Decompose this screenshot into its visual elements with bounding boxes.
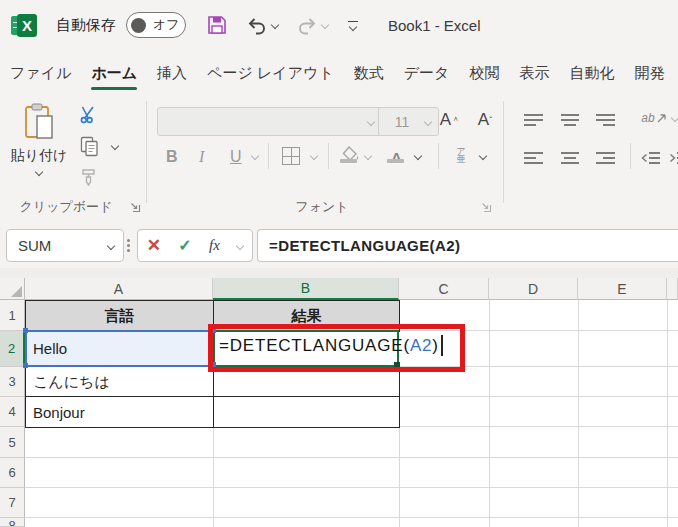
tab-insert[interactable]: 挿入	[147, 56, 197, 91]
font-size-combo[interactable]: 11	[378, 107, 439, 136]
phonetic-guide-button[interactable]: ア亜	[448, 142, 474, 168]
font-name-combo[interactable]	[157, 107, 382, 136]
name-box[interactable]: SUM	[6, 229, 124, 262]
toggle-knob	[131, 18, 146, 33]
tab-formulas[interactable]: 数式	[344, 56, 394, 91]
undo-dropdown-icon[interactable]	[271, 21, 279, 29]
increase-font-button[interactable]: A＾	[437, 107, 463, 133]
tab-page-layout[interactable]: ページ レイアウト	[197, 56, 344, 91]
gridline	[25, 487, 678, 488]
row-header-8[interactable]: 8	[0, 518, 25, 527]
paste-button[interactable]: 貼り付け	[10, 103, 68, 195]
gridline	[489, 300, 490, 527]
formula-bar-grip-icon[interactable]	[127, 239, 130, 242]
annotation-highlight-box	[208, 324, 465, 372]
align-right-icon	[596, 151, 616, 165]
align-left-button[interactable]	[521, 145, 547, 171]
copy-button[interactable]	[76, 133, 102, 159]
row-header-4[interactable]: 4	[0, 397, 25, 427]
name-box-dropdown-icon[interactable]	[107, 241, 115, 249]
row-header-3[interactable]: 3	[0, 367, 25, 397]
underline-button[interactable]: U	[230, 143, 242, 171]
cut-button[interactable]	[76, 101, 102, 127]
tab-view[interactable]: 表示	[509, 56, 559, 91]
align-bottom-button[interactable]	[593, 107, 619, 133]
orientation-icon: ab	[641, 111, 654, 125]
enter-button[interactable]: ✓	[178, 236, 191, 255]
underline-dropdown-icon[interactable]	[251, 152, 259, 160]
paste-label: 貼り付け	[11, 147, 68, 165]
col-header-d[interactable]: D	[489, 278, 578, 300]
formula-bar-buttons: ✕ ✓ fx	[137, 229, 253, 262]
col-header-c[interactable]: C	[399, 278, 489, 300]
cell-a3[interactable]: こんにちは	[25, 366, 214, 398]
redo-dropdown-icon[interactable]	[321, 21, 329, 29]
excel-app-icon[interactable]: X	[11, 13, 38, 38]
clipboard-dialog-launcher[interactable]	[129, 201, 141, 213]
font-dialog-launcher[interactable]	[480, 201, 492, 213]
save-button[interactable]	[206, 14, 228, 36]
tab-data[interactable]: データ	[394, 56, 460, 91]
col-header-a[interactable]: A	[25, 278, 213, 300]
autosave-toggle[interactable]: オフ	[126, 12, 186, 38]
qat-bar-icon	[348, 21, 358, 22]
font-color-dropdown-icon[interactable]	[414, 152, 422, 160]
align-center-button[interactable]	[557, 145, 583, 171]
undo-button[interactable]	[246, 15, 278, 35]
phonetic-dropdown-icon[interactable]	[479, 152, 487, 160]
decrease-font-button[interactable]: Aˇ	[472, 107, 498, 133]
reference-handle-icon[interactable]	[23, 363, 28, 368]
cancel-button[interactable]: ✕	[147, 235, 161, 256]
cell-a1[interactable]: 言語	[25, 300, 214, 332]
align-top-button[interactable]	[521, 107, 547, 133]
qat-customize-button[interactable]	[348, 21, 358, 30]
align-right-button[interactable]	[593, 145, 619, 171]
cell-a4[interactable]: Bonjour	[25, 396, 214, 428]
tab-developer[interactable]: 開発	[624, 56, 674, 91]
undo-icon	[246, 15, 268, 35]
borders-dropdown-icon[interactable]	[310, 152, 318, 160]
gridline	[25, 517, 678, 518]
increase-indent-button[interactable]	[666, 145, 678, 171]
row-header-6[interactable]: 6	[0, 458, 25, 488]
tab-home[interactable]: ホーム	[81, 56, 147, 91]
bold-button[interactable]: B	[166, 143, 178, 171]
col-header-b[interactable]: B	[213, 278, 399, 300]
tab-review[interactable]: 校閲	[459, 56, 509, 91]
clipboard-group-label: クリップボード	[10, 198, 122, 216]
tab-automate[interactable]: 自動化	[559, 56, 624, 91]
fill-color-button[interactable]	[338, 141, 364, 167]
format-painter-button[interactable]	[76, 165, 102, 191]
cell-a2[interactable]: Hello	[25, 330, 214, 367]
row-header-2[interactable]: 2	[0, 331, 25, 367]
col-header-e[interactable]: E	[578, 278, 667, 300]
redo-icon	[296, 15, 318, 35]
redo-button[interactable]	[296, 15, 328, 35]
formula-bar-expand-icon[interactable]	[236, 241, 244, 249]
align-middle-button[interactable]	[557, 107, 583, 133]
borders-button[interactable]	[278, 143, 304, 169]
row-header-7[interactable]: 7	[0, 488, 25, 518]
copy-dropdown-icon[interactable]	[111, 142, 119, 150]
fill-color-dropdown-icon[interactable]	[364, 152, 372, 160]
row-header-5[interactable]: 5	[0, 427, 25, 458]
gridline	[25, 457, 678, 458]
gridline	[578, 300, 579, 527]
italic-button[interactable]: I	[199, 143, 204, 171]
col-header-partial[interactable]	[667, 278, 678, 300]
orientation-dropdown-icon[interactable]	[671, 114, 678, 122]
select-all-corner[interactable]	[0, 278, 25, 300]
tab-file[interactable]: ファイル	[0, 56, 81, 91]
formula-input[interactable]: =DETECTLANGUAGE(A2)	[257, 229, 678, 262]
autosave-label: 自動保存	[56, 16, 116, 35]
insert-function-button[interactable]: fx	[209, 237, 220, 254]
font-color-button[interactable]: A	[391, 143, 402, 171]
increase-font-icon: A	[440, 110, 451, 130]
cell-b4[interactable]	[213, 396, 400, 428]
decrease-indent-button[interactable]	[638, 145, 664, 171]
paste-dropdown-icon[interactable]	[35, 168, 43, 176]
row-header-1[interactable]: 1	[0, 300, 25, 331]
font-size-value: 11	[379, 114, 425, 130]
reference-handle-icon[interactable]	[23, 328, 28, 333]
orientation-button[interactable]: ab	[638, 105, 670, 131]
